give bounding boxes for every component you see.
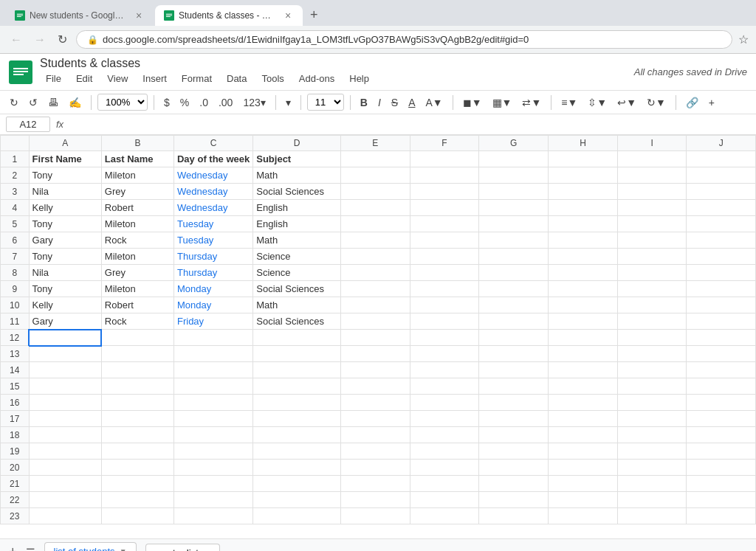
back-button[interactable]: ←	[7, 32, 25, 48]
cell-i11[interactable]	[617, 313, 686, 330]
cell-j6[interactable]	[687, 232, 756, 249]
col-header-h[interactable]: H	[549, 136, 618, 151]
paint-format-button[interactable]: ✍	[65, 94, 85, 111]
col-header-f[interactable]: F	[410, 136, 479, 151]
decimal-decrease-button[interactable]: .0	[196, 94, 212, 111]
cell-h10[interactable]	[549, 297, 618, 313]
cell-e14[interactable]	[340, 362, 410, 378]
cell-g15[interactable]	[479, 378, 549, 395]
cell-f9[interactable]	[410, 281, 479, 297]
menu-edit[interactable]: Edit	[70, 70, 98, 87]
cell-f7[interactable]	[410, 249, 479, 265]
cell-d8[interactable]: Science	[253, 265, 341, 281]
comment-button[interactable]: +	[705, 94, 718, 111]
cell-i22[interactable]	[617, 492, 686, 508]
row-header-7[interactable]: 7	[1, 249, 30, 265]
cell-h16[interactable]	[549, 395, 618, 411]
cell-b22[interactable]	[101, 492, 173, 508]
cell-f16[interactable]	[410, 395, 479, 411]
cell-e19[interactable]	[340, 443, 410, 460]
cell-h7[interactable]	[549, 249, 618, 265]
currency-button[interactable]: $	[160, 94, 173, 111]
cell-f2[interactable]	[410, 167, 479, 184]
cell-j2[interactable]	[687, 167, 756, 184]
cell-a14[interactable]	[29, 362, 101, 378]
cell-j3[interactable]	[687, 184, 756, 200]
cell-g9[interactable]	[479, 281, 549, 297]
zoom-selector[interactable]: 100%	[97, 94, 148, 111]
cell-a10[interactable]: Kelly	[29, 297, 101, 313]
cell-j15[interactable]	[687, 378, 756, 395]
row-header-8[interactable]: 8	[1, 265, 30, 281]
cell-e2[interactable]	[340, 167, 410, 184]
cell-e18[interactable]	[340, 427, 410, 443]
cell-g12[interactable]	[479, 330, 549, 346]
font-size-selector[interactable]: 11	[307, 94, 344, 111]
cell-a11[interactable]: Gary	[29, 313, 101, 330]
print-button[interactable]: 🖶	[44, 94, 62, 111]
format-number-button[interactable]: 123▾	[239, 94, 269, 111]
cell-a9[interactable]: Tony	[29, 281, 101, 297]
cell-f12[interactable]	[410, 330, 479, 346]
row-header-14[interactable]: 14	[1, 362, 30, 378]
row-header-17[interactable]: 17	[1, 411, 30, 427]
cell-g14[interactable]	[479, 362, 549, 378]
cell-e7[interactable]	[340, 249, 410, 265]
cell-a4[interactable]: Kelly	[29, 200, 101, 216]
redo-button[interactable]: ↺	[25, 94, 41, 111]
col-header-b[interactable]: B	[101, 136, 173, 151]
cell-i10[interactable]	[617, 297, 686, 313]
cell-c16[interactable]	[173, 395, 252, 411]
cell-j21[interactable]	[687, 476, 756, 492]
row-header-4[interactable]: 4	[1, 200, 30, 216]
cell-h19[interactable]	[549, 443, 618, 460]
cell-c1[interactable]: Day of the week	[173, 151, 252, 167]
cell-j22[interactable]	[687, 492, 756, 508]
cell-c14[interactable]	[173, 362, 252, 378]
menu-help[interactable]: Help	[343, 70, 375, 87]
cell-b9[interactable]: Mileton	[101, 281, 173, 297]
cell-g19[interactable]	[479, 443, 549, 460]
cell-d7[interactable]: Science	[253, 249, 341, 265]
cell-j20[interactable]	[687, 460, 756, 476]
cell-j9[interactable]	[687, 281, 756, 297]
cell-d11[interactable]: Social Sciences	[253, 313, 341, 330]
cell-f21[interactable]	[410, 476, 479, 492]
cell-a22[interactable]	[29, 492, 101, 508]
cell-b12[interactable]	[101, 330, 173, 346]
cell-h13[interactable]	[549, 346, 618, 362]
cell-f20[interactable]	[410, 460, 479, 476]
cell-b13[interactable]	[101, 346, 173, 362]
cell-f6[interactable]	[410, 232, 479, 249]
cell-h23[interactable]	[549, 508, 618, 524]
valign-button[interactable]: ⇳▼	[584, 94, 611, 111]
cell-c9[interactable]: Monday	[173, 281, 252, 297]
cell-c21[interactable]	[173, 476, 252, 492]
cell-b7[interactable]: Mileton	[101, 249, 173, 265]
cell-h14[interactable]	[549, 362, 618, 378]
cell-j16[interactable]	[687, 395, 756, 411]
cell-c23[interactable]	[173, 508, 252, 524]
cell-f14[interactable]	[410, 362, 479, 378]
cell-f10[interactable]	[410, 297, 479, 313]
cell-i15[interactable]	[617, 378, 686, 395]
row-header-3[interactable]: 3	[1, 184, 30, 200]
cell-f18[interactable]	[410, 427, 479, 443]
cell-g21[interactable]	[479, 476, 549, 492]
menu-tools[interactable]: Tools	[255, 70, 289, 87]
cell-d22[interactable]	[253, 492, 341, 508]
cell-i8[interactable]	[617, 265, 686, 281]
cell-d2[interactable]: Math	[253, 167, 341, 184]
cell-c7[interactable]: Thursday	[173, 249, 252, 265]
cell-a21[interactable]	[29, 476, 101, 492]
cell-b21[interactable]	[101, 476, 173, 492]
cell-c11[interactable]: Friday	[173, 313, 252, 330]
cell-b6[interactable]: Rock	[101, 232, 173, 249]
cell-f1[interactable]	[410, 151, 479, 167]
cell-i5[interactable]	[617, 216, 686, 232]
cell-g10[interactable]	[479, 297, 549, 313]
row-header-19[interactable]: 19	[1, 443, 30, 460]
cell-c12[interactable]	[173, 330, 252, 346]
add-sheet-button[interactable]: +	[9, 544, 17, 551]
cell-f15[interactable]	[410, 378, 479, 395]
